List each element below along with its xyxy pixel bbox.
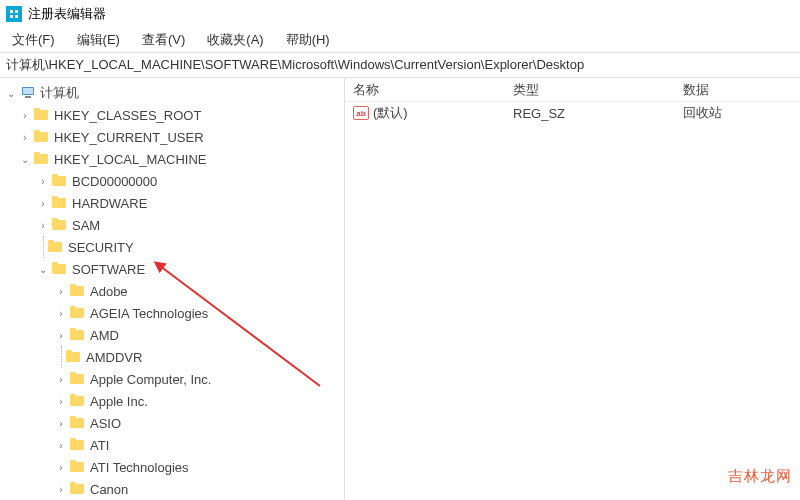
tree-bcd[interactable]: › BCD00000000 (0, 170, 344, 192)
tree-software[interactable]: ⌄ SOFTWARE (0, 258, 344, 280)
folder-icon (34, 108, 50, 122)
expander-icon[interactable]: › (36, 196, 50, 210)
tree-hkcr[interactable]: › HKEY_CLASSES_ROOT (0, 104, 344, 126)
tree-label: AMD (90, 328, 119, 343)
svg-rect-2 (15, 10, 18, 13)
expander-icon[interactable]: › (54, 306, 68, 320)
folder-icon (70, 438, 86, 452)
value-type: REG_SZ (505, 104, 675, 123)
col-header-type[interactable]: 类型 (505, 78, 675, 101)
tree-canon[interactable]: › Canon (0, 478, 344, 500)
tree-label: HKEY_LOCAL_MACHINE (54, 152, 206, 167)
expander-icon[interactable]: › (54, 438, 68, 452)
col-header-data[interactable]: 数据 (675, 78, 800, 101)
tree-root-computer[interactable]: ⌄ 计算机 (0, 82, 344, 104)
folder-icon (52, 174, 68, 188)
tree-label: HKEY_CURRENT_USER (54, 130, 204, 145)
folder-icon (52, 196, 68, 210)
tree-ati[interactable]: › ATI (0, 434, 344, 456)
tree-ageia[interactable]: › AGEIA Technologies (0, 302, 344, 324)
svg-rect-7 (25, 96, 31, 98)
folder-icon (70, 416, 86, 430)
tree-apple-inc[interactable]: › Apple Inc. (0, 390, 344, 412)
expander-icon[interactable]: › (54, 416, 68, 430)
tree-label: SAM (72, 218, 100, 233)
folder-icon (70, 372, 86, 386)
list-header: 名称 类型 数据 (345, 78, 800, 102)
tree-label: HARDWARE (72, 196, 147, 211)
list-pane: 名称 类型 数据 ab (默认) REG_SZ 回收站 (345, 78, 800, 500)
list-row[interactable]: ab (默认) REG_SZ 回收站 (345, 102, 800, 124)
tree-label: SOFTWARE (72, 262, 145, 277)
expander-icon[interactable]: › (54, 284, 68, 298)
expander-icon[interactable]: ⌄ (36, 262, 50, 276)
folder-icon (34, 152, 50, 166)
tree-label: Adobe (90, 284, 128, 299)
expander-icon[interactable]: › (54, 328, 68, 342)
expander-icon[interactable]: › (18, 130, 32, 144)
menu-help[interactable]: 帮助(H) (276, 29, 340, 51)
expander-icon[interactable]: › (36, 174, 50, 188)
expander-icon[interactable]: › (18, 108, 32, 122)
tree-label: AMDDVR (86, 350, 142, 365)
expander-icon[interactable]: › (36, 218, 50, 232)
tree-hardware[interactable]: › HARDWARE (0, 192, 344, 214)
folder-icon (70, 394, 86, 408)
tree-adobe[interactable]: › Adobe (0, 280, 344, 302)
tree-scroll[interactable]: ⌄ 计算机 › HKEY_CLASSES_ROOT › HKEY_CURRENT… (0, 78, 344, 500)
tree-label: Canon (90, 482, 128, 497)
folder-icon (52, 218, 68, 232)
tree-label: ATI (90, 438, 109, 453)
menu-file[interactable]: 文件(F) (2, 29, 65, 51)
tree-security[interactable]: SECURITY (0, 236, 344, 258)
tree-pane: ⌄ 计算机 › HKEY_CLASSES_ROOT › HKEY_CURRENT… (0, 78, 345, 500)
tree-asio[interactable]: › ASIO (0, 412, 344, 434)
app-icon (6, 6, 22, 22)
folder-icon (70, 460, 86, 474)
tree-hkcu[interactable]: › HKEY_CURRENT_USER (0, 126, 344, 148)
tree-label: BCD00000000 (72, 174, 157, 189)
computer-icon (20, 86, 36, 100)
svg-rect-0 (8, 8, 20, 20)
folder-icon (70, 328, 86, 342)
tree-ati-tech[interactable]: › ATI Technologies (0, 456, 344, 478)
col-header-name[interactable]: 名称 (345, 78, 505, 101)
value-data: 回收站 (675, 102, 800, 124)
expander-icon[interactable]: › (54, 372, 68, 386)
tree-apple-computer[interactable]: › Apple Computer, Inc. (0, 368, 344, 390)
window-title: 注册表编辑器 (28, 5, 106, 23)
folder-icon (70, 306, 86, 320)
tree-hklm[interactable]: ⌄ HKEY_LOCAL_MACHINE (0, 148, 344, 170)
expander-icon[interactable]: › (54, 394, 68, 408)
tree-sam[interactable]: › SAM (0, 214, 344, 236)
watermark: 吉林龙网 (728, 467, 792, 486)
menu-view[interactable]: 查看(V) (132, 29, 195, 51)
folder-icon (70, 482, 86, 496)
folder-icon (34, 130, 50, 144)
menu-favorites[interactable]: 收藏夹(A) (197, 29, 273, 51)
folder-icon (52, 262, 68, 276)
tree-label: ASIO (90, 416, 121, 431)
expander-icon[interactable]: ⌄ (4, 86, 18, 100)
tree-amd[interactable]: › AMD (0, 324, 344, 346)
folder-icon (70, 284, 86, 298)
tree-label: Apple Computer, Inc. (90, 372, 211, 387)
tree-amddvr[interactable]: AMDDVR (0, 346, 344, 368)
svg-rect-6 (23, 88, 33, 94)
expander-icon[interactable]: ⌄ (18, 152, 32, 166)
menu-bar: 文件(F) 编辑(E) 查看(V) 收藏夹(A) 帮助(H) (0, 28, 800, 52)
tree-label: 计算机 (40, 84, 79, 102)
svg-rect-3 (10, 15, 13, 18)
menu-edit[interactable]: 编辑(E) (67, 29, 130, 51)
tree-label: ATI Technologies (90, 460, 189, 475)
svg-rect-4 (15, 15, 18, 18)
title-bar: 注册表编辑器 (0, 0, 800, 28)
tree-label: AGEIA Technologies (90, 306, 208, 321)
main-area: ⌄ 计算机 › HKEY_CLASSES_ROOT › HKEY_CURRENT… (0, 78, 800, 500)
address-bar[interactable]: 计算机\HKEY_LOCAL_MACHINE\SOFTWARE\Microsof… (0, 52, 800, 78)
expander-icon[interactable]: › (54, 460, 68, 474)
expander-icon[interactable]: › (54, 482, 68, 496)
string-value-icon: ab (353, 106, 369, 120)
value-name: (默认) (373, 104, 408, 122)
svg-rect-1 (10, 10, 13, 13)
